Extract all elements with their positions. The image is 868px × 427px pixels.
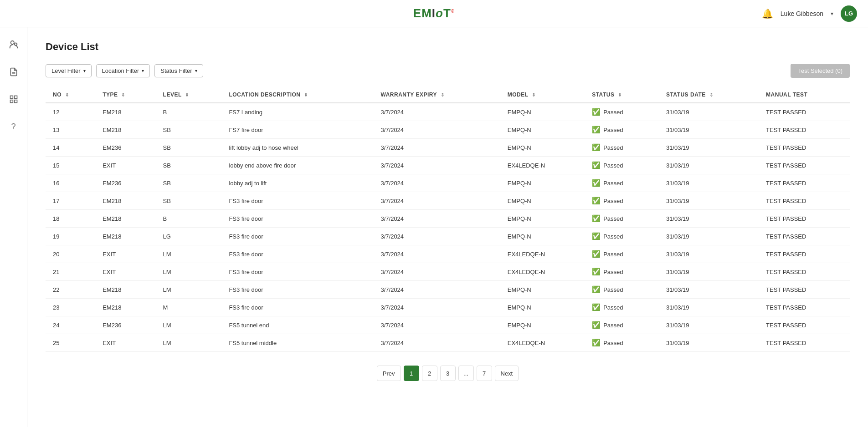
pagination-next-button[interactable]: Next — [495, 366, 519, 381]
col-warranty-expiry[interactable]: WARRANTY EXPIRY ⇕ — [373, 87, 500, 103]
cell-level: B — [156, 210, 222, 228]
cell-manual-test: TEST PASSED — [759, 192, 850, 210]
page-title: Device List — [46, 41, 850, 53]
col-location-description[interactable]: LOCATION DESCRIPTION ⇕ — [221, 87, 373, 103]
cell-status-date: 31/03/19 — [659, 174, 759, 192]
check-circle-icon: ✅ — [592, 339, 601, 347]
cell-type: EM218 — [95, 281, 155, 299]
cell-type: EXIT — [95, 263, 155, 281]
col-no[interactable]: NO ⇕ — [46, 87, 95, 103]
table-row[interactable]: 20 EXIT LM FS3 fire door 3/7/2024 EX4LED… — [46, 245, 850, 263]
pagination-page-2[interactable]: 2 — [422, 366, 437, 381]
sidebar-item-grid[interactable] — [5, 91, 22, 107]
cell-location-description: FS3 fire door — [221, 192, 373, 210]
table-row[interactable]: 14 EM236 SB lift lobby adj to hose wheel… — [46, 139, 850, 157]
cell-location-description: lobby adj to lift — [221, 174, 373, 192]
col-manual-test: MANUAL TEST — [759, 87, 850, 103]
cell-status: ✅ Passed — [585, 121, 659, 139]
status-passed-indicator: ✅ Passed — [592, 179, 652, 187]
check-circle-icon: ✅ — [592, 161, 601, 169]
cell-location-description: FS3 fire door — [221, 245, 373, 263]
pagination-prev-button[interactable]: Prev — [377, 366, 401, 381]
table-row[interactable]: 24 EM236 LM FS5 tunnel end 3/7/2024 EMPQ… — [46, 316, 850, 334]
status-label: Passed — [603, 322, 623, 329]
col-type[interactable]: TYPE ⇕ — [95, 87, 155, 103]
cell-type: EM218 — [95, 210, 155, 228]
pagination-page-3[interactable]: 3 — [440, 366, 456, 381]
cell-status: ✅ Passed — [585, 299, 659, 316]
cell-manual-test: TEST PASSED — [759, 334, 850, 352]
table-row[interactable]: 22 EM218 LM FS3 fire door 3/7/2024 EMPQ-… — [46, 281, 850, 299]
cell-level: LM — [156, 281, 222, 299]
status-filter-button[interactable]: Status Filter ▾ — [154, 64, 203, 77]
cell-warranty-expiry: 3/7/2024 — [373, 334, 500, 352]
cell-model: EMPQ-N — [500, 281, 585, 299]
location-filter-button[interactable]: Location Filter ▾ — [96, 64, 150, 77]
filters-row: Level Filter ▾ Location Filter ▾ Status … — [46, 64, 850, 78]
cell-model: EMPQ-N — [500, 121, 585, 139]
table-row[interactable]: 16 EM236 SB lobby adj to lift 3/7/2024 E… — [46, 174, 850, 192]
status-passed-indicator: ✅ Passed — [592, 232, 652, 240]
status-passed-indicator: ✅ Passed — [592, 214, 652, 223]
cell-status-date: 31/03/19 — [659, 245, 759, 263]
cell-warranty-expiry: 3/7/2024 — [373, 210, 500, 228]
table-row[interactable]: 19 EM218 LG FS3 fire door 3/7/2024 EMPQ-… — [46, 228, 850, 245]
user-name-label: Luke Gibbeson — [781, 10, 823, 17]
col-status[interactable]: STATUS ⇕ — [585, 87, 659, 103]
cell-level: LM — [156, 263, 222, 281]
cell-no: 25 — [46, 334, 95, 352]
cell-status: ✅ Passed — [585, 103, 659, 121]
level-filter-label: Level Filter — [51, 67, 81, 74]
logo-t2: T — [443, 6, 451, 20]
header-right: 🔔 Luke Gibbeson ▾ LG — [762, 5, 857, 22]
svg-rect-7 — [14, 100, 17, 103]
cell-level: LG — [156, 228, 222, 245]
col-status-date[interactable]: STATUS DATE ⇕ — [659, 87, 759, 103]
table-row[interactable]: 18 EM218 B FS3 fire door 3/7/2024 EMPQ-N… — [46, 210, 850, 228]
sidebar-item-document[interactable] — [5, 64, 22, 80]
table-row[interactable]: 13 EM218 SB FS7 fire door 3/7/2024 EMPQ-… — [46, 121, 850, 139]
user-avatar[interactable]: LG — [841, 5, 857, 22]
cell-level: M — [156, 299, 222, 316]
cell-type: EM236 — [95, 174, 155, 192]
cell-warranty-expiry: 3/7/2024 — [373, 157, 500, 174]
cell-manual-test: TEST PASSED — [759, 263, 850, 281]
cell-location-description: FS7 fire door — [221, 121, 373, 139]
check-circle-icon: ✅ — [592, 250, 601, 258]
table-header: NO ⇕ TYPE ⇕ LEVEL ⇕ LOCATION DESCRIPTION… — [46, 87, 850, 103]
cell-location-description: lift lobby adj to hose wheel — [221, 139, 373, 157]
sidebar-item-people[interactable] — [5, 36, 22, 53]
cell-status-date: 31/03/19 — [659, 299, 759, 316]
user-menu-chevron-icon[interactable]: ▾ — [831, 10, 833, 17]
table-row[interactable]: 12 EM218 B FS7 Landing 3/7/2024 EMPQ-N ✅… — [46, 103, 850, 121]
pagination-page-7[interactable]: 7 — [477, 366, 492, 381]
test-selected-button[interactable]: Test Selected (0) — [791, 64, 850, 78]
cell-model: EMPQ-N — [500, 316, 585, 334]
cell-status: ✅ Passed — [585, 157, 659, 174]
table-row[interactable]: 21 EXIT LM FS3 fire door 3/7/2024 EX4LED… — [46, 263, 850, 281]
status-label: Passed — [603, 162, 623, 169]
table-row[interactable]: 17 EM218 SB FS3 fire door 3/7/2024 EMPQ-… — [46, 192, 850, 210]
cell-type: EXIT — [95, 334, 155, 352]
status-label: Passed — [603, 340, 623, 346]
notification-bell-icon[interactable]: 🔔 — [762, 8, 773, 19]
level-filter-button[interactable]: Level Filter ▾ — [46, 64, 92, 77]
status-label: Passed — [603, 127, 623, 133]
status-passed-indicator: ✅ Passed — [592, 321, 652, 329]
cell-no: 19 — [46, 228, 95, 245]
status-label: Passed — [603, 269, 623, 275]
cell-no: 20 — [46, 245, 95, 263]
cell-level: SB — [156, 121, 222, 139]
app-logo: EMIoT® — [413, 6, 455, 20]
level-filter-chevron-icon: ▾ — [83, 68, 86, 73]
logo-t: o — [436, 6, 443, 20]
col-model[interactable]: MODEL ⇕ — [500, 87, 585, 103]
table-row[interactable]: 23 EM218 M FS3 fire door 3/7/2024 EMPQ-N… — [46, 299, 850, 316]
pagination-page-1[interactable]: 1 — [404, 366, 419, 381]
table-row[interactable]: 15 EXIT SB lobby end above fire door 3/7… — [46, 157, 850, 174]
col-level[interactable]: LEVEL ⇕ — [156, 87, 222, 103]
check-circle-icon: ✅ — [592, 321, 601, 329]
sort-status-date-icon: ⇕ — [709, 92, 714, 97]
table-row[interactable]: 25 EXIT LM FS5 tunnel middle 3/7/2024 EX… — [46, 334, 850, 352]
sidebar-item-help[interactable]: ? — [5, 118, 22, 135]
